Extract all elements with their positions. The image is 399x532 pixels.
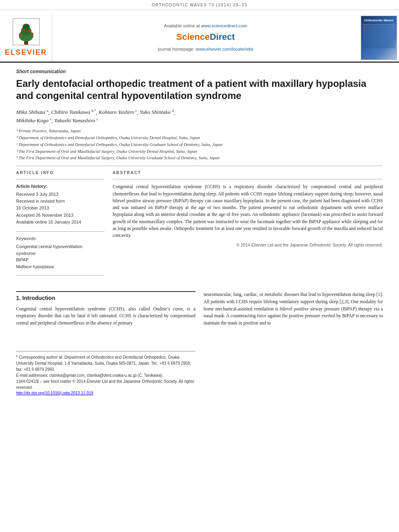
- article-info-column: ARTICLE INFO Article history: Received 3…: [16, 170, 105, 280]
- header-separator: [16, 166, 383, 166]
- email-note: E-mail addresses: ctanika@gmail.com, cta…: [16, 372, 195, 378]
- introduction-right-col: neuromuscular, lung, cardiac, or metabol…: [204, 291, 383, 396]
- affiliation-a: ᵃ Private Practice, Takarazuka, Japan: [16, 128, 383, 135]
- article-type: Short communication: [16, 68, 383, 75]
- svg-point-6: [23, 29, 25, 31]
- elsevier-logo-block: ELSEVIER: [0, 14, 52, 62]
- received-date: Received 3 July 2013: [16, 191, 105, 197]
- keywords-bottom-separator: [16, 275, 105, 276]
- affiliation-c: ᶜ Department of Orthodontics and Dentofa…: [16, 142, 383, 148]
- affiliation-b: ᵇ Department of Orthodontics and Dentofa…: [16, 135, 383, 142]
- introduction-right-text: neuromuscular, lung, cardiac, or metabol…: [204, 291, 383, 327]
- revised-date: 16 October 2013: [16, 205, 105, 211]
- article-info-heading: ARTICLE INFO: [16, 170, 105, 176]
- affiliation-d: ᵈ The First Department of Oral and Maxil…: [16, 148, 383, 155]
- journal-cover-image: Orthodontic Waves: [361, 16, 397, 60]
- author-mika: Mika Shibata a: [16, 109, 48, 115]
- main-content: Short communication Early dentofacial or…: [0, 68, 399, 396]
- footnote-separator: [16, 351, 195, 352]
- introduction-left-col: 1. Introduction Congenital central hypov…: [16, 291, 195, 396]
- keyword-4: Midface hypoplasia: [16, 263, 105, 270]
- abstract-heading: ABSTRACT: [113, 170, 383, 176]
- introduction-title: 1. Introduction: [16, 291, 195, 302]
- accepted-date: Accepted 26 November 2013: [16, 212, 105, 218]
- svg-point-4: [19, 33, 21, 36]
- available-online-text: Available online at www.sciencedirect.co…: [164, 23, 247, 29]
- cover-title: Orthodontic Waves: [364, 18, 393, 23]
- article-info-abstract-section: ARTICLE INFO Article history: Received 3…: [16, 170, 383, 280]
- abstract-column: ABSTRACT Congenital central hypoventilat…: [113, 170, 383, 280]
- keywords-separator: [16, 231, 105, 232]
- affiliation-e: ᵉ The First Department of Oral and Maxil…: [16, 155, 383, 162]
- keyword-1: Congenital central hypoventilation: [16, 243, 105, 250]
- author-chihiro: Chihiro Tanikawa b,*: [51, 109, 96, 115]
- journal-citation-text: ORTHODONTIC WAVES 73 (2014) 29–33: [152, 3, 247, 7]
- abstract-body: Congenital central hypoventilation syndr…: [113, 183, 383, 239]
- corresponding-author-note: * Corresponding author at: Department of…: [16, 354, 195, 372]
- journal-header: ELSEVIER Available online at www.science…: [0, 10, 399, 63]
- author-takashi: Takashi Yamashiro c: [54, 117, 98, 123]
- keywords-label: Keywords:: [16, 236, 105, 242]
- affiliations-block: ᵃ Private Practice, Takarazuka, Japan ᵇ …: [16, 128, 383, 162]
- journal-cover-block: Orthodontic Waves: [359, 14, 399, 62]
- journal-citation-bar: ORTHODONTIC WAVES 73 (2014) 29–33: [0, 0, 399, 10]
- history-label: Article history:: [16, 183, 105, 189]
- keyword-2: syndrome: [16, 250, 105, 257]
- received-revised-label: Received in revised form: [16, 198, 105, 204]
- article-title: Early dentofacial orthopedic treatment o…: [16, 78, 383, 102]
- svg-point-5: [31, 33, 33, 35]
- abstract-copyright: © 2014 Elsevier Ltd and the Japanese Ort…: [113, 242, 383, 248]
- author-kohtaro: Kohtaro Yashiro c: [99, 109, 137, 115]
- journal-url[interactable]: www.elsevier.com/locate/odw: [196, 47, 253, 51]
- keyword-3: BiPAP: [16, 257, 105, 263]
- introduction-left-text: Congenital central hypoventilation syndr…: [16, 306, 195, 327]
- journal-header-middle: Available online at www.sciencedirect.co…: [52, 14, 359, 62]
- introduction-section: 1. Introduction Congenital central hypov…: [16, 291, 383, 396]
- author-yuko: Yuko Shintaku d: [140, 109, 174, 115]
- elsevier-name: ELSEVIER: [5, 47, 47, 58]
- elsevier-tree-icon: [12, 18, 40, 46]
- article-info-separator: [16, 179, 105, 179]
- science-direct-logo: ScienceDirect: [176, 31, 235, 43]
- author-mikihiko: Mikihiko Kogo e: [16, 117, 51, 123]
- svg-point-7: [28, 30, 30, 32]
- issn-note: 1344-0241/$ – see front matter © 2014 El…: [16, 378, 195, 390]
- doi-link[interactable]: http://dx.doi.org/10.1016/j.odw.2013.11.…: [16, 390, 195, 396]
- available-online-date: Available online 10 January 2014: [16, 219, 105, 225]
- authors-line: Mika Shibata a, Chihiro Tanikawa b,*, Ko…: [16, 108, 383, 125]
- journal-homepage-line: journal homepage: www.elsevier.com/locat…: [158, 46, 253, 52]
- science-direct-url[interactable]: www.sciencedirect.com: [201, 23, 247, 28]
- abstract-separator: [113, 179, 383, 179]
